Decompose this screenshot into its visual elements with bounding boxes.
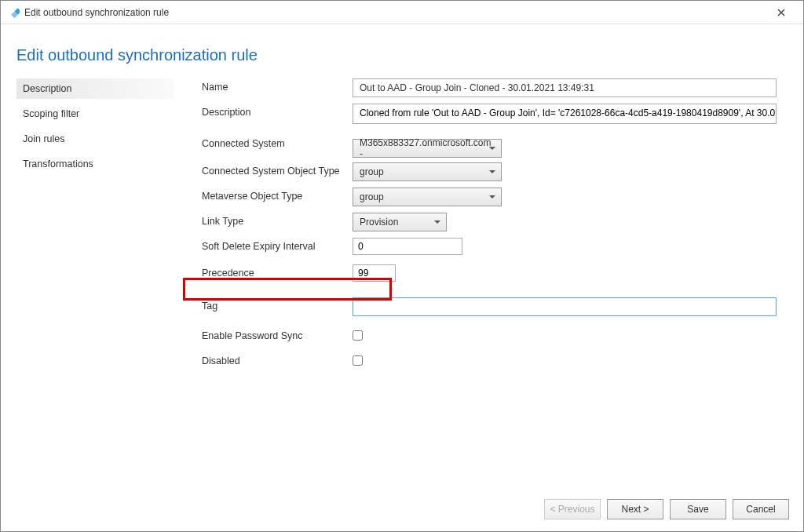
sidebar-item-scoping-filter[interactable]: Scoping filter (16, 104, 174, 124)
enable-pwd-sync-checkbox[interactable] (353, 330, 363, 341)
content-area: Edit outbound synchronization rule Descr… (1, 24, 803, 487)
precedence-label: Precedence (202, 264, 353, 279)
name-input[interactable] (353, 78, 777, 97)
soft-delete-input[interactable] (353, 238, 462, 255)
sidebar-item-transformations[interactable]: Transformations (16, 154, 174, 174)
sidebar-item-description[interactable]: Description (16, 78, 174, 99)
tag-input[interactable] (353, 297, 777, 316)
name-label: Name (202, 78, 353, 93)
enable-pwd-sync-label: Enable Password Sync (202, 327, 353, 341)
sidebar-item-join-rules[interactable]: Join rules (16, 129, 174, 149)
save-button[interactable]: Save (670, 499, 726, 519)
page-title: Edit outbound synchronization rule (16, 46, 788, 64)
description-label: Description (202, 104, 353, 118)
description-input[interactable]: Cloned from rule 'Out to AAD - Group Joi… (353, 104, 777, 124)
next-button[interactable]: Next > (607, 499, 663, 519)
precedence-input[interactable] (353, 264, 396, 282)
soft-delete-label: Soft Delete Expiry Interval (202, 238, 353, 252)
mv-object-type-dropdown[interactable]: group (353, 188, 502, 206)
close-icon (777, 9, 785, 16)
disabled-checkbox[interactable] (353, 355, 363, 366)
connected-system-dropdown[interactable]: M365x883327.onmicrosoft.com - (353, 139, 502, 158)
cs-object-type-label: Connected System Object Type (202, 162, 353, 177)
disabled-label: Disabled (202, 352, 353, 366)
link-type-dropdown[interactable]: Provision (353, 213, 447, 231)
window-title: Edit outbound synchronization rule (24, 7, 766, 18)
mv-object-type-label: Metaverse Object Type (202, 188, 353, 202)
footer: < Previous Next > Save Cancel (1, 487, 803, 531)
tag-label: Tag (202, 297, 353, 312)
link-type-label: Link Type (202, 213, 353, 227)
sidebar: Description Scoping filter Join rules Tr… (16, 78, 174, 377)
connected-system-label: Connected System (202, 135, 353, 149)
cancel-button[interactable]: Cancel (733, 499, 789, 519)
app-icon (7, 6, 20, 19)
cs-object-type-dropdown[interactable]: group (353, 162, 502, 181)
titlebar: Edit outbound synchronization rule (1, 1, 803, 24)
form-area: Name Description Cloned from rule 'Out t… (174, 78, 788, 377)
previous-button: < Previous (544, 499, 601, 519)
close-button[interactable] (766, 2, 797, 24)
